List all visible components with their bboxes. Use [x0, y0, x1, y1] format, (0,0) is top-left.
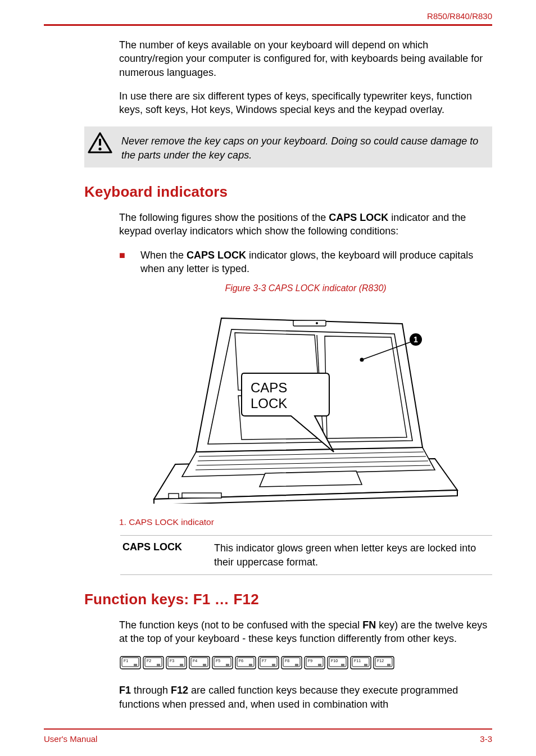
footer-divider — [44, 728, 492, 730]
svg-rect-72 — [387, 664, 390, 666]
svg-rect-28 — [134, 664, 137, 666]
svg-rect-40 — [203, 664, 206, 666]
header-divider — [44, 24, 492, 26]
svg-text:F10: F10 — [331, 659, 338, 663]
svg-text:F1: F1 — [124, 659, 128, 663]
text: through — [131, 685, 171, 696]
bullet-text: When the CAPS LOCK indicator glows, the … — [140, 248, 492, 276]
text: The following figures show the positions… — [119, 212, 329, 223]
svg-text:F6: F6 — [239, 659, 243, 663]
svg-text:F7: F7 — [262, 659, 266, 663]
figure-caps-label-2: LOCK — [251, 396, 287, 411]
paragraph-kb-indicators-intro: The following figures show the positions… — [119, 211, 492, 238]
warning-text: Never remove the key caps on your keyboa… — [112, 132, 485, 162]
figure-legend: 1. CAPS LOCK indicator — [119, 517, 492, 527]
svg-rect-32 — [157, 664, 160, 666]
bullet-marker-icon: ■ — [119, 248, 140, 262]
text-bold: F1 — [119, 685, 131, 696]
text-bold: F12 — [171, 685, 188, 696]
svg-text:F9: F9 — [308, 659, 312, 663]
svg-text:F11: F11 — [354, 659, 361, 663]
svg-text:F2: F2 — [147, 659, 151, 663]
heading-keyboard-indicators: Keyboard indicators — [84, 183, 492, 201]
def-desc-capslock: This indicator glows green when letter k… — [214, 541, 492, 569]
bullet-item: ■ When the CAPS LOCK indicator glows, th… — [119, 248, 492, 276]
text-bold: FN — [362, 619, 376, 631]
figure-function-keys: F1F2F3F4F5F6F7F8F9F10F11F12 — [119, 655, 492, 673]
paragraph-keyboard-count: The number of keys available on your key… — [119, 38, 492, 79]
warning-box: Never remove the key caps on your keyboa… — [84, 126, 492, 168]
svg-rect-68 — [364, 664, 367, 666]
svg-rect-1 — [99, 139, 101, 146]
svg-rect-64 — [341, 664, 344, 666]
svg-rect-36 — [180, 664, 183, 666]
warning-icon — [88, 132, 112, 157]
svg-marker-8 — [260, 471, 362, 487]
paragraph-key-types: In use there are six different types of … — [119, 89, 492, 117]
svg-rect-48 — [249, 664, 252, 666]
text-bold: CAPS LOCK — [187, 250, 246, 261]
table-row: CAPS LOCK This indicator glows green whe… — [120, 536, 492, 574]
svg-rect-5 — [182, 493, 221, 498]
svg-rect-52 — [272, 664, 275, 666]
svg-text:F5: F5 — [216, 659, 220, 663]
text: When the — [140, 250, 187, 261]
text: The function keys (not to be confused wi… — [119, 619, 362, 631]
svg-text:F4: F4 — [193, 659, 197, 663]
footer-manual-label: User's Manual — [44, 734, 97, 744]
def-term-capslock: CAPS LOCK — [120, 541, 214, 569]
svg-rect-15 — [293, 320, 326, 326]
figure-laptop: 1 CAPS LOCK — [119, 301, 492, 506]
figure-caption: Figure 3-3 CAPS LOCK indicator (R830) — [119, 283, 492, 293]
paragraph-fn-intro: The function keys (not to be confused wi… — [119, 618, 492, 646]
header-product-line: R850/R840/R830 — [44, 11, 492, 21]
svg-rect-56 — [295, 664, 298, 666]
svg-rect-60 — [318, 664, 321, 666]
heading-function-keys: Function keys: F1 … F12 — [84, 591, 492, 608]
svg-rect-6 — [169, 494, 179, 499]
footer: User's Manual 3-3 — [44, 728, 492, 744]
svg-text:F3: F3 — [170, 659, 174, 663]
footer-page-number: 3-3 — [480, 734, 492, 744]
svg-point-2 — [98, 148, 101, 151]
definition-table: CAPS LOCK This indicator glows green whe… — [120, 535, 492, 575]
text-bold: CAPS LOCK — [329, 212, 388, 223]
svg-rect-44 — [226, 664, 229, 666]
svg-text:F8: F8 — [285, 659, 289, 663]
svg-text:1: 1 — [414, 335, 418, 344]
svg-text:F12: F12 — [377, 659, 384, 663]
figure-caps-label-1: CAPS — [251, 380, 287, 395]
paragraph-fn-outro: F1 through F12 are called function keys … — [119, 683, 492, 711]
svg-point-16 — [316, 322, 318, 324]
